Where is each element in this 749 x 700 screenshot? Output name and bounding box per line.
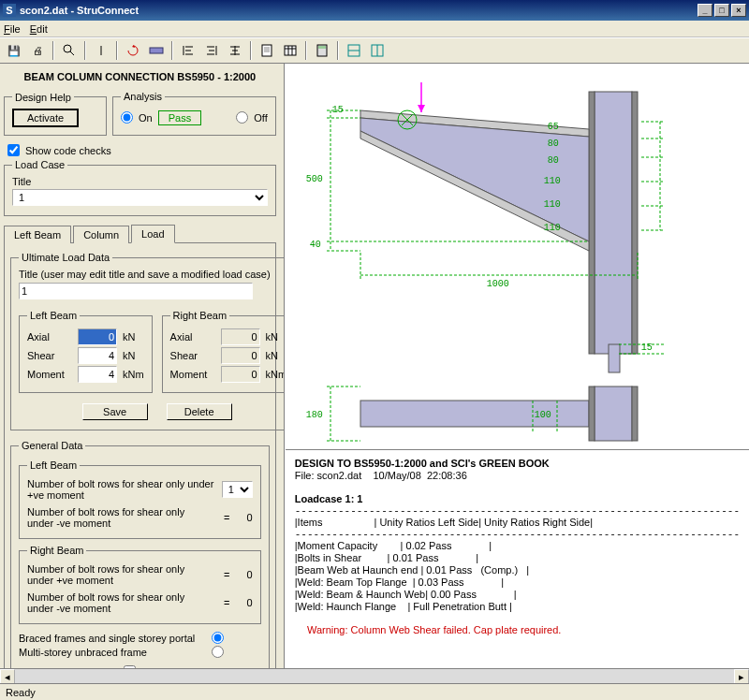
dim-r1: 65 (548, 122, 559, 132)
delete-button[interactable]: Delete (167, 403, 232, 420)
svg-marker-38 (418, 105, 425, 112)
activate-button[interactable]: Activate (12, 109, 79, 127)
pass-indicator: Pass (158, 110, 201, 125)
lb-axial-input[interactable] (78, 328, 117, 345)
dim-top15: 15 (332, 105, 344, 115)
maximize-button[interactable]: □ (714, 4, 729, 17)
multi-radio[interactable] (212, 646, 224, 658)
tab-load[interactable]: Load (131, 225, 174, 243)
dim-500: 500 (306, 174, 323, 184)
dim-r6: 110 (544, 223, 561, 233)
lb-moment-input[interactable] (78, 366, 117, 383)
menu-file[interactable]: File (4, 23, 21, 35)
layout-v-icon[interactable] (367, 40, 388, 61)
dim-40: 40 (310, 240, 321, 250)
status-bar: Ready (0, 683, 749, 700)
diagram-view[interactable]: 15 500 40 1000 65 80 80 110 110 110 15 1… (286, 64, 749, 450)
svg-rect-25 (318, 46, 326, 49)
general-legend: General Data (19, 440, 85, 451)
panel-heading: BEAM COLUMN CONNECTION BS5950 - 1:2000 (4, 71, 276, 82)
table-icon[interactable] (280, 40, 301, 61)
menu-bar: File Edit (0, 21, 749, 37)
dim-1000: 1000 (487, 279, 509, 289)
svg-rect-44 (589, 386, 595, 441)
uld-legend: Ultimate Load Data (19, 252, 112, 263)
tab-column[interactable]: Column (73, 226, 129, 243)
report-icon[interactable] (257, 40, 277, 61)
uld-rb-legend: Right Beam (170, 310, 229, 321)
scroll-left-button[interactable]: ◂ (0, 669, 15, 684)
lb-pos-select[interactable]: 1 (222, 481, 253, 498)
warning-text: Warning: Column Web Shear failed. Cap pl… (307, 624, 561, 635)
align-right-icon[interactable] (201, 40, 222, 61)
loadcase-legend: Load Case (12, 159, 67, 170)
left-panel: BEAM COLUMN CONNECTION BS5950 - 1:2000 D… (0, 64, 285, 668)
uld-title-note: Title (user may edit title and save a mo… (19, 269, 285, 280)
gen-lb-legend: Left Beam (27, 459, 80, 471)
rotate-icon[interactable] (123, 40, 143, 61)
print-icon[interactable]: 🖨 (27, 40, 48, 61)
elevation-icon[interactable] (146, 40, 167, 61)
close-button[interactable]: × (731, 4, 746, 17)
rb-shear-input (221, 347, 260, 364)
loadcase-title-label: Title (12, 176, 268, 187)
loadcase-select[interactable]: 1 (12, 189, 268, 206)
dim-plan180: 180 (306, 410, 323, 420)
h-scrollbar[interactable]: ◂ ▸ (0, 668, 749, 683)
hline-icon[interactable] (91, 40, 111, 61)
analysis-off-radio[interactable]: Off (236, 111, 267, 124)
tab-strip: Left Beam Column Load (4, 224, 276, 243)
title-bar: S scon2.dat - StruConnect _ □ × (0, 0, 749, 21)
results-pane[interactable]: DESIGN TO BS5950-1:2000 and SCI's GREEN … (286, 450, 749, 668)
gen-rb-legend: Right Beam (27, 545, 86, 556)
svg-point-0 (64, 45, 71, 52)
dim-r3: 80 (548, 155, 559, 166)
svg-rect-30 (595, 92, 632, 354)
menu-edit[interactable]: Edit (30, 23, 48, 35)
analysis-on-radio[interactable]: On (121, 111, 153, 124)
svg-line-1 (70, 51, 74, 55)
layout-h-icon[interactable] (344, 40, 364, 61)
save-icon[interactable]: 💾 (4, 40, 24, 61)
lb-shear-input[interactable] (78, 347, 117, 364)
svg-rect-16 (262, 45, 272, 56)
align-left-icon[interactable] (178, 40, 198, 61)
rb-neg-val: 0 (247, 597, 253, 608)
lb-neg-val: 0 (247, 512, 253, 523)
dim-r4: 110 (544, 176, 561, 186)
show-code-checks[interactable]: Show code checks (7, 144, 276, 156)
align-center-icon[interactable] (225, 40, 245, 61)
svg-rect-3 (150, 48, 163, 53)
svg-rect-43 (595, 386, 632, 441)
uld-lb-legend: Left Beam (27, 310, 80, 321)
rb-axial-input (221, 328, 260, 345)
status-text: Ready (6, 687, 36, 698)
calculator-icon[interactable] (312, 40, 332, 61)
dim-bot15: 15 (641, 343, 653, 353)
svg-rect-20 (285, 46, 296, 55)
client-area: BEAM COLUMN CONNECTION BS5950 - 1:2000 D… (0, 64, 749, 668)
svg-rect-42 (360, 401, 589, 427)
svg-rect-31 (589, 92, 595, 354)
app-icon: S (3, 4, 16, 17)
analysis-legend: Analysis (121, 91, 165, 102)
design-help-legend: Design Help (12, 92, 74, 103)
svg-rect-45 (632, 386, 638, 441)
dim-r5: 110 (544, 199, 561, 210)
dim-r2: 80 (548, 139, 559, 149)
search-icon[interactable] (59, 40, 80, 61)
dim-plan100: 100 (535, 410, 551, 420)
tab-left-beam[interactable]: Left Beam (4, 226, 71, 243)
rb-moment-input (221, 366, 260, 383)
svg-rect-36 (609, 344, 620, 372)
corrosive-check[interactable] (124, 665, 136, 668)
window-title: scon2.dat - StruConnect (20, 5, 696, 16)
braced-radio[interactable] (212, 632, 224, 644)
toolbar: 💾 🖨 (0, 37, 749, 64)
uld-title-input[interactable] (19, 283, 253, 299)
rb-pos-val: 0 (247, 569, 253, 580)
scroll-right-button[interactable]: ▸ (734, 669, 749, 684)
minimize-button[interactable]: _ (698, 4, 712, 17)
right-panel: 15 500 40 1000 65 80 80 110 110 110 15 1… (285, 64, 749, 668)
save-button[interactable]: Save (82, 403, 148, 420)
